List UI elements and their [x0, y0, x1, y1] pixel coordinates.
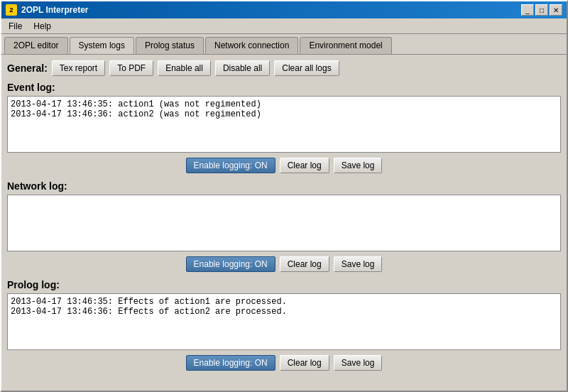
network-log-textarea[interactable]	[7, 195, 561, 251]
prolog-log-enable-button[interactable]: Enable logging: ON	[186, 355, 275, 371]
main-window: 2 2OPL Interpreter _ □ ✕ File Help 2OPL …	[0, 0, 568, 392]
prolog-log-controls: Enable logging: ON Clear log Save log	[7, 355, 561, 371]
minimize-button[interactable]: _	[521, 4, 534, 16]
network-log-controls: Enable logging: ON Clear log Save log	[7, 256, 561, 272]
tex-report-button[interactable]: Tex report	[52, 60, 105, 76]
network-log-clear-button[interactable]: Clear log	[280, 256, 329, 272]
event-log-controls: Enable logging: ON Clear log Save log	[7, 158, 561, 173]
disable-all-button[interactable]: Disable all	[215, 60, 270, 76]
network-log-wrapper	[7, 195, 561, 254]
close-button[interactable]: ✕	[550, 4, 562, 16]
title-bar: 2 2OPL Interpreter _ □ ✕	[1, 1, 567, 18]
event-log-title: Event log:	[7, 82, 561, 93]
network-log-title: Network log:	[7, 180, 561, 192]
general-row: General: Tex report To PDF Enable all Di…	[7, 60, 561, 76]
menu-help[interactable]: Help	[29, 20, 55, 33]
title-bar-left: 2 2OPL Interpreter	[6, 4, 88, 16]
clear-all-logs-button[interactable]: Clear all logs	[274, 60, 339, 76]
window-controls: _ □ ✕	[521, 4, 562, 16]
tab-prolog-status[interactable]: Prolog status	[136, 37, 204, 54]
to-pdf-button[interactable]: To PDF	[109, 60, 153, 76]
prolog-log-textarea[interactable]	[7, 293, 561, 350]
menubar: File Help	[1, 18, 567, 34]
event-log-wrapper	[7, 96, 561, 155]
event-log-clear-button[interactable]: Clear log	[280, 158, 329, 173]
tabs-bar: 2OPL editor System logs Prolog status Ne…	[1, 34, 567, 54]
prolog-log-wrapper	[7, 293, 561, 352]
window-title: 2OPL Interpreter	[21, 5, 88, 15]
enable-all-button[interactable]: Enable all	[158, 60, 211, 76]
general-label: General:	[7, 62, 48, 74]
event-log-textarea[interactable]	[7, 96, 561, 153]
tab-environment-model[interactable]: Environment model	[300, 37, 391, 54]
content-area: General: Tex report To PDF Enable all Di…	[1, 54, 567, 391]
network-log-save-button[interactable]: Save log	[334, 256, 383, 272]
tab-system-logs[interactable]: System logs	[70, 37, 134, 54]
event-log-enable-button[interactable]: Enable logging: ON	[186, 158, 275, 173]
menu-file[interactable]: File	[4, 20, 26, 33]
tab-network-connection[interactable]: Network connection	[205, 37, 298, 54]
prolog-log-clear-button[interactable]: Clear log	[280, 355, 329, 371]
prolog-log-save-button[interactable]: Save log	[334, 355, 383, 371]
event-log-save-button[interactable]: Save log	[334, 158, 383, 173]
app-icon: 2	[6, 4, 17, 16]
tab-2opl-editor[interactable]: 2OPL editor	[4, 37, 68, 54]
maximize-button[interactable]: □	[535, 4, 548, 16]
prolog-log-title: Prolog log:	[7, 279, 561, 290]
network-log-enable-button[interactable]: Enable logging: ON	[186, 256, 275, 272]
